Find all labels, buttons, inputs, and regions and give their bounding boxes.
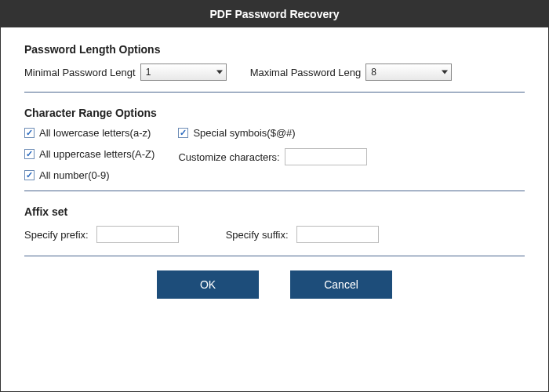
cancel-button[interactable]: Cancel xyxy=(290,270,392,299)
divider xyxy=(24,256,525,256)
customize-row: Customize characters: xyxy=(178,148,366,165)
numbers-row: All number(0-9) xyxy=(24,169,155,181)
affix-section-heading: Affix set xyxy=(24,205,525,218)
title-bar: PDF Password Recovery xyxy=(1,1,548,27)
suffix-label: Specify suffix: xyxy=(226,229,289,241)
lowercase-label: All lowercase letters(a-z) xyxy=(39,127,151,139)
chevron-down-icon xyxy=(442,71,448,74)
button-row: OK Cancel xyxy=(24,270,525,299)
max-length-value: 8 xyxy=(371,67,376,78)
length-section-heading: Password Length Options xyxy=(24,43,525,56)
max-length-select[interactable]: 8 xyxy=(365,64,452,81)
lowercase-row: All lowercase letters(a-z) xyxy=(24,127,155,139)
char-col-right: Special symbois($@#) Customize character… xyxy=(178,127,366,181)
divider xyxy=(24,92,525,93)
ok-button[interactable]: OK xyxy=(157,270,259,299)
char-col-left: All lowercase letters(a-z) All uppercase… xyxy=(24,127,155,181)
dialog-window: PDF Password Recovery Password Length Op… xyxy=(0,0,549,392)
customize-label: Customize characters: xyxy=(178,151,279,163)
suffix-input[interactable] xyxy=(296,226,379,243)
special-checkbox[interactable] xyxy=(178,128,188,138)
divider xyxy=(24,191,525,191)
customize-input[interactable] xyxy=(285,148,367,165)
char-options: All lowercase letters(a-z) All uppercase… xyxy=(24,127,525,181)
min-length-select[interactable]: 1 xyxy=(140,64,227,81)
special-label: Special symbois($@#) xyxy=(193,127,295,139)
max-length-label: Maximal Password Leng xyxy=(250,67,362,78)
uppercase-checkbox[interactable] xyxy=(24,149,35,159)
length-row: Minimal Password Lengt 1 Maximal Passwor… xyxy=(24,64,525,81)
special-row: Special symbois($@#) xyxy=(178,127,366,139)
prefix-label: Specify prefix: xyxy=(24,229,89,241)
lowercase-checkbox[interactable] xyxy=(24,128,35,138)
chevron-down-icon xyxy=(216,71,223,74)
content-area: Password Length Options Minimal Password… xyxy=(1,27,548,308)
prefix-input[interactable] xyxy=(96,226,179,243)
min-length-value: 1 xyxy=(146,67,151,78)
uppercase-label: All uppercase letters(A-Z) xyxy=(39,148,155,160)
min-length-label: Minimal Password Lengt xyxy=(24,67,136,78)
numbers-label: All number(0-9) xyxy=(39,169,110,181)
numbers-checkbox[interactable] xyxy=(24,170,35,180)
affix-row: Specify prefix: Specify suffix: xyxy=(24,226,525,243)
char-section-heading: Character Range Options xyxy=(24,107,525,119)
uppercase-row: All uppercase letters(A-Z) xyxy=(24,148,155,160)
window-title: PDF Password Recovery xyxy=(210,8,340,20)
